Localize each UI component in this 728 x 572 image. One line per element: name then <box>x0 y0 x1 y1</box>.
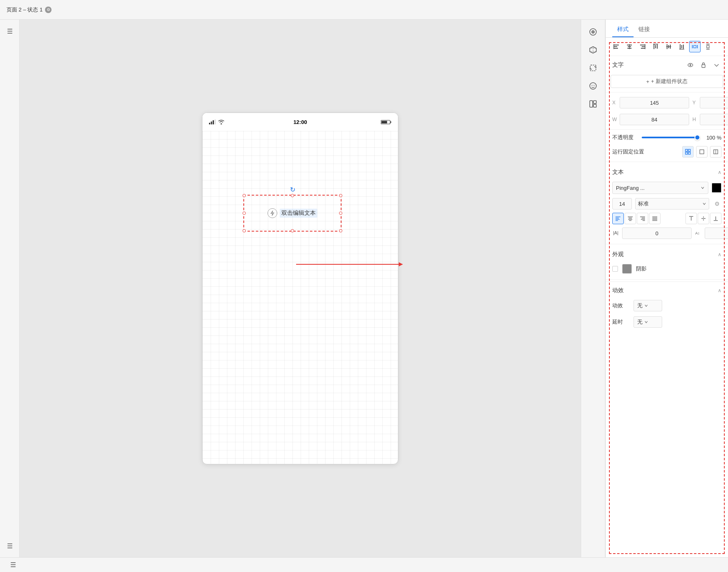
h-label: H <box>692 117 698 122</box>
settings-dot[interactable]: ⚙ <box>45 7 52 13</box>
resize-handle-bl[interactable] <box>243 229 246 232</box>
font-settings-gear[interactable]: ⚙ <box>712 199 721 208</box>
resize-handle-tr[interactable] <box>339 194 342 197</box>
layout-icon[interactable] <box>586 97 600 111</box>
rotate-handle[interactable]: ↻ <box>290 186 295 194</box>
font-weight-select[interactable]: 标准 <box>635 198 709 209</box>
fixed-pos-btn-1[interactable] <box>682 146 694 158</box>
new-state-label: + 新建组件状态 <box>651 78 688 85</box>
vert-align-top-btn[interactable] <box>685 213 697 224</box>
appearance-collapse-icon: ∧ <box>718 252 721 257</box>
anim-effect-select[interactable]: 无 <box>634 300 662 311</box>
vert-align-bottom-btn[interactable] <box>710 213 721 224</box>
appearance-section: 外观 ∧ 阴影 <box>606 246 728 278</box>
fixed-pos-label: 运行固定位置 <box>612 148 679 155</box>
letter-spacing-input[interactable] <box>622 227 692 239</box>
x-label: X <box>612 100 618 106</box>
target-icon[interactable] <box>586 25 600 39</box>
align-top-btn[interactable] <box>650 41 661 52</box>
letter-spacing-icon: |A| <box>612 229 620 238</box>
x-field: X <box>612 97 689 108</box>
align-center-h-btn[interactable] <box>624 41 635 52</box>
font-select[interactable]: PingFang ... <box>612 182 708 194</box>
fixed-pos-btn-3[interactable] <box>710 146 721 158</box>
shadow-label: 阴影 <box>636 265 647 272</box>
shadow-checkbox[interactable] <box>612 266 618 272</box>
resize-handle-br[interactable] <box>339 229 342 232</box>
align-bottom-btn[interactable] <box>676 41 688 52</box>
text-align-center-btn[interactable] <box>625 213 636 224</box>
line-height-input[interactable] <box>705 227 728 239</box>
tab-link[interactable]: 链接 <box>634 23 655 37</box>
fixed-pos-btn-2[interactable] <box>696 146 708 158</box>
element-text[interactable]: 双击编辑文本 <box>280 209 317 218</box>
vert-align-middle-btn[interactable] <box>698 213 709 224</box>
align-left-btn[interactable] <box>611 41 622 52</box>
divider-5 <box>606 279 728 280</box>
font-name: PingFang ... <box>616 185 645 191</box>
dist-v-btn[interactable] <box>702 41 714 52</box>
svg-rect-19 <box>614 48 618 49</box>
resize-handle-ml[interactable] <box>243 212 246 215</box>
svg-rect-40 <box>679 49 684 50</box>
cube-icon[interactable] <box>586 43 600 57</box>
resize-handle-mr[interactable] <box>339 212 342 215</box>
font-color-swatch[interactable] <box>712 183 721 193</box>
y-input[interactable] <box>700 97 728 108</box>
font-size-input[interactable] <box>612 198 632 209</box>
dist-h-btn[interactable] <box>689 41 701 52</box>
resize-handle-tc[interactable] <box>291 194 294 197</box>
grid-background <box>202 131 398 464</box>
svg-rect-29 <box>654 44 654 49</box>
w-input[interactable] <box>620 114 689 125</box>
lock-icon[interactable] <box>699 60 708 70</box>
text-align-left-btn[interactable] <box>612 213 624 224</box>
svg-rect-42 <box>697 45 698 48</box>
animation-section-title: 动效 <box>612 287 624 294</box>
phone-status-bar: 12:00 <box>202 113 398 131</box>
divider-3 <box>606 162 728 162</box>
x-input[interactable] <box>620 97 689 108</box>
element-content: 双击编辑文本 <box>267 208 317 218</box>
animation-section-header[interactable]: 动效 ∧ <box>606 284 728 297</box>
text-align-right-btn[interactable] <box>637 213 648 224</box>
svg-rect-32 <box>653 44 658 45</box>
arrow-head <box>399 262 403 266</box>
expand-icon[interactable] <box>712 60 721 70</box>
tab-style[interactable]: 样式 <box>612 23 634 37</box>
anim-delay-select[interactable]: 无 <box>634 316 662 328</box>
svg-rect-30 <box>655 45 656 48</box>
text-align-justify-btn[interactable] <box>649 213 661 224</box>
sidebar-menu-bottom-icon[interactable]: ☰ <box>3 539 16 552</box>
bottom-menu-icon[interactable]: ☰ <box>7 558 20 572</box>
opacity-slider[interactable] <box>642 137 700 138</box>
opacity-thumb[interactable] <box>694 135 700 140</box>
svg-rect-17 <box>614 45 619 45</box>
resize-icon[interactable] <box>586 61 600 75</box>
resize-handle-tl[interactable] <box>243 194 246 197</box>
visibility-icon[interactable] <box>685 60 695 70</box>
appearance-section-header[interactable]: 外观 ∧ <box>606 248 728 261</box>
svg-rect-52 <box>685 152 688 154</box>
shadow-row: 阴影 <box>606 261 728 276</box>
resize-handle-bc[interactable] <box>291 229 294 232</box>
anim-effect-row: 动效 无 <box>606 297 728 314</box>
align-right-btn[interactable] <box>637 41 648 52</box>
svg-rect-49 <box>702 65 705 68</box>
svg-rect-43 <box>694 45 696 48</box>
align-middle-v-btn[interactable] <box>663 41 674 52</box>
emoji-icon[interactable] <box>586 79 600 93</box>
canvas-area[interactable]: 12:00 ↻ <box>20 20 581 557</box>
svg-rect-53 <box>688 152 690 154</box>
svg-rect-20 <box>613 44 614 49</box>
text-section-header[interactable]: 文本 ∧ <box>606 165 728 179</box>
section-actions <box>685 60 721 70</box>
sidebar-menu-top-icon[interactable]: ☰ <box>3 25 16 38</box>
selected-element[interactable]: ↻ 双击编辑文本 <box>243 195 342 232</box>
shadow-thumb[interactable] <box>622 264 632 274</box>
new-component-state-button[interactable]: + + 新建组件状态 <box>611 75 723 88</box>
text-section: 文本 ∧ PingFang ... 标准 ⚙ <box>606 164 728 242</box>
svg-rect-45 <box>706 49 710 50</box>
component-section-title: 文字 <box>612 61 624 69</box>
h-input[interactable] <box>700 114 728 125</box>
